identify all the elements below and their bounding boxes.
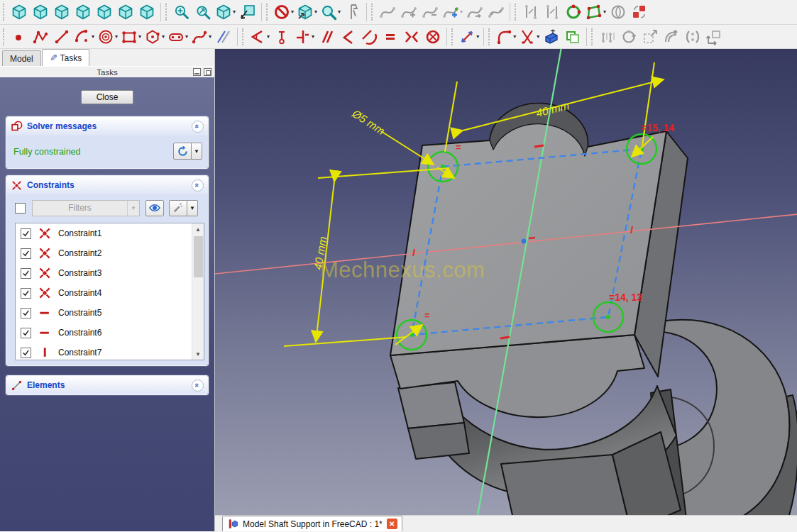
toolbar-drag-handle[interactable] xyxy=(165,4,168,21)
tab-model[interactable]: Model xyxy=(2,50,41,66)
chevron-down-icon[interactable]: ▾ xyxy=(460,9,463,15)
filters-dropdown[interactable]: Filters ▼ xyxy=(32,200,140,216)
bspline-periodic-button[interactable] xyxy=(563,1,584,23)
constrain-parallel-button[interactable] xyxy=(316,26,337,48)
view-axonometric-button[interactable] xyxy=(9,1,30,23)
constrain-symmetric-button[interactable] xyxy=(401,26,422,48)
chevron-down-icon[interactable]: ▾ xyxy=(185,34,188,40)
constraint-list-item[interactable]: Constraint6 xyxy=(16,323,192,343)
constraint-settings-dropdown[interactable]: ▼ xyxy=(187,200,198,216)
toolbar-drag-handle[interactable] xyxy=(266,4,269,21)
solver-refresh-button[interactable] xyxy=(173,143,192,160)
show-hide-constraints-button[interactable] xyxy=(145,200,164,216)
collapse-chevron-icon[interactable]: « xyxy=(192,121,204,133)
toolbar-drag-handle[interactable] xyxy=(488,28,491,45)
view-top-button[interactable] xyxy=(51,1,72,23)
constraint-checkbox[interactable] xyxy=(21,348,31,358)
toolbar-drag-handle[interactable] xyxy=(3,4,6,21)
solver-messages-header[interactable]: Solver messages « xyxy=(6,117,208,135)
create-fillet-button[interactable]: ▾ xyxy=(494,26,517,48)
chevron-down-icon[interactable]: ▾ xyxy=(115,34,118,40)
3d-viewport[interactable]: 40 mm 40 mm Ø5 mm =15, 14 =14, 13 = = xyxy=(215,49,797,515)
toolbar-drag-handle[interactable] xyxy=(371,4,374,21)
view-rear-button[interactable] xyxy=(94,1,115,23)
create-circle-button[interactable]: ▾ xyxy=(96,26,119,48)
chevron-down-icon[interactable]: ▾ xyxy=(162,34,165,40)
create-bspline-button[interactable]: ▾ xyxy=(189,26,213,48)
draw-style-button[interactable]: ▾ xyxy=(214,1,237,23)
chevron-down-icon[interactable]: ▾ xyxy=(314,9,317,15)
create-arc-button[interactable]: ▾ xyxy=(72,26,96,48)
scrollbar-thumb[interactable] xyxy=(194,236,203,277)
stop-operation-button[interactable]: ▾ xyxy=(272,1,295,23)
chevron-down-icon[interactable]: ▾ xyxy=(603,9,606,15)
chevron-down-icon[interactable]: ▾ xyxy=(513,34,516,40)
close-button[interactable]: Close xyxy=(81,90,133,104)
constraint-checkbox[interactable] xyxy=(21,268,31,279)
close-document-icon[interactable]: ✕ xyxy=(387,519,397,529)
toolbar-drag-handle[interactable] xyxy=(591,28,594,45)
equal-constraint-marker[interactable]: = xyxy=(424,310,430,321)
constraint-label-mid-right[interactable]: =14, 13 xyxy=(609,292,642,303)
toolbar-drag-handle[interactable] xyxy=(451,28,454,45)
fit-all-button[interactable] xyxy=(171,1,192,23)
clipping-plane-button[interactable]: ▾ xyxy=(295,1,319,23)
fit-selection-button[interactable] xyxy=(192,1,214,23)
create-polyline-button[interactable] xyxy=(30,26,51,48)
chevron-down-icon[interactable]: ▾ xyxy=(312,34,314,40)
view-left-button[interactable] xyxy=(136,1,158,23)
panel-dock-icon[interactable] xyxy=(193,68,201,76)
constrain-tangent-button[interactable] xyxy=(358,26,380,48)
view-bottom-button[interactable] xyxy=(115,1,136,23)
constraint-checkbox[interactable] xyxy=(21,328,31,338)
chevron-down-icon[interactable]: ▾ xyxy=(209,34,211,40)
external-geometry-button[interactable] xyxy=(541,26,562,48)
constraint-list-item[interactable]: Constraint3 xyxy=(16,263,192,283)
trim-edge-button[interactable]: ▾ xyxy=(517,26,541,48)
constraint-checkbox[interactable] xyxy=(21,228,31,239)
chevron-down-icon[interactable]: ▾ xyxy=(291,9,294,15)
scroll-down-icon[interactable]: ▼ xyxy=(192,348,204,360)
chevron-down-icon[interactable]: ▾ xyxy=(92,34,94,40)
constrain-angle-button[interactable]: ▾ xyxy=(248,26,271,48)
create-point-button[interactable] xyxy=(9,26,30,48)
constraint-list-item[interactable]: Constraint2 xyxy=(16,243,192,263)
view-right-button[interactable] xyxy=(72,1,94,23)
document-tab[interactable]: Model Shaft Support in FreeCAD : 1* ✕ xyxy=(222,516,402,531)
solver-refresh-dropdown[interactable]: ▼ xyxy=(192,143,202,160)
panel-float-icon[interactable] xyxy=(204,68,211,76)
bspline-by-knots-button[interactable]: ▾ xyxy=(584,1,608,23)
construction-mode-button[interactable] xyxy=(213,26,234,48)
create-slot-button[interactable]: ▾ xyxy=(166,26,189,48)
toolbar-drag-handle[interactable] xyxy=(3,28,6,45)
constraint-checkbox[interactable] xyxy=(21,308,31,318)
collapse-chevron-icon[interactable]: « xyxy=(192,179,204,192)
constraint-checkbox[interactable] xyxy=(21,288,31,299)
constrain-horizontal-vertical-button[interactable]: ▾ xyxy=(292,26,316,48)
constraint-settings-button[interactable] xyxy=(169,200,187,216)
chevron-down-icon[interactable]: ▾ xyxy=(537,34,539,40)
carbon-copy-button[interactable] xyxy=(562,26,583,48)
constraint-list-item[interactable]: Constraint5 xyxy=(16,303,192,323)
toolbar-drag-handle[interactable] xyxy=(242,28,245,45)
chevron-down-icon[interactable]: ▾ xyxy=(138,34,141,40)
constrain-distance-y-button[interactable] xyxy=(271,26,292,48)
constraint-list-item[interactable]: Constraint4 xyxy=(16,283,192,303)
constraint-list-item[interactable]: Constraint1 xyxy=(16,223,192,243)
filter-checkbox[interactable] xyxy=(15,203,26,214)
chevron-down-icon[interactable]: ▾ xyxy=(476,34,479,40)
box-selection-button[interactable] xyxy=(237,1,258,23)
elements-header[interactable]: Elements « xyxy=(6,376,208,394)
create-polygon-button[interactable]: ▾ xyxy=(143,26,166,48)
create-rectangle-button[interactable]: ▾ xyxy=(119,26,143,48)
constrain-distance-button[interactable]: ▾ xyxy=(457,26,480,48)
equal-constraint-marker[interactable]: = xyxy=(456,142,461,153)
sketch-origin-point[interactable] xyxy=(522,239,527,244)
scroll-up-icon[interactable]: ▲ xyxy=(192,223,204,235)
constrain-equal-button[interactable] xyxy=(380,26,401,48)
collapse-chevron-icon[interactable]: « xyxy=(192,379,204,392)
chevron-down-icon[interactable]: ▾ xyxy=(338,9,341,15)
measure-button[interactable] xyxy=(342,1,363,23)
constraints-header[interactable]: Constraints « xyxy=(6,176,208,194)
constraint-checkbox[interactable] xyxy=(21,248,31,259)
